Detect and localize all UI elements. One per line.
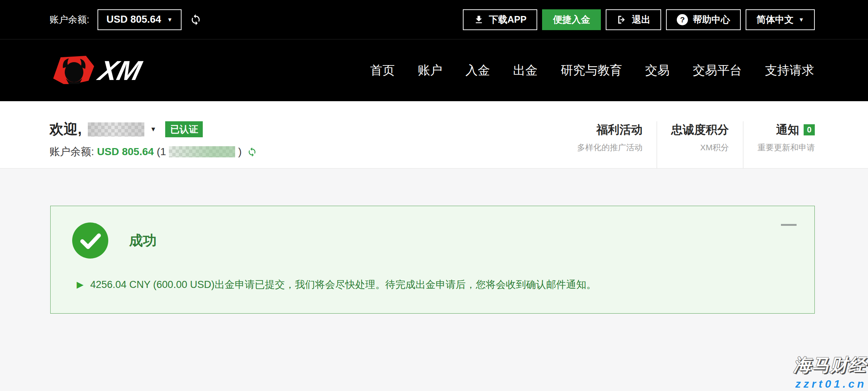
account-balance-dropdown[interactable]: USD 805.64 ▼: [97, 9, 182, 30]
nav-item-account[interactable]: 账户: [418, 62, 442, 79]
nav-item-home[interactable]: 首页: [370, 62, 395, 79]
refresh-account-button[interactable]: [247, 147, 257, 157]
nav-item-withdraw[interactable]: 出金: [513, 62, 538, 79]
logout-label: 退出: [632, 13, 650, 26]
shortcut-notifications[interactable]: 通知 0 重要更新和申请: [743, 121, 815, 168]
logo-xm-text: XM: [94, 55, 145, 85]
shortcut-title: 忠诚度积分: [671, 122, 729, 138]
triangle-bullet-icon: ▶: [77, 280, 83, 289]
main-content: 成功 ▶ 4256.04 CNY (600.00 USD)出金申请已提交，我们将…: [0, 168, 868, 391]
shortcut-title: 通知 0: [758, 122, 815, 138]
download-app-button[interactable]: 下载APP: [463, 9, 537, 30]
quick-deposit-label: 便捷入金: [553, 13, 590, 26]
chevron-down-icon: ▼: [167, 17, 173, 22]
withdrawal-success-message: 4256.04 CNY (600.00 USD)出金申请已提交，我们将会尽快处理…: [90, 278, 596, 291]
main-nav-menu: 首页 账户 入金 出金 研究与教育 交易 交易平台 支持请求: [370, 62, 814, 79]
shortcut-subtitle: 多样化的推广活动: [577, 142, 643, 153]
download-app-label: 下载APP: [489, 13, 526, 26]
nav-item-research-education[interactable]: 研究与教育: [561, 62, 622, 79]
help-center-label: 帮助中心: [693, 13, 730, 26]
success-alert-panel: 成功 ▶ 4256.04 CNY (600.00 USD)出金申请已提交，我们将…: [50, 206, 815, 314]
bull-head: [65, 62, 83, 82]
shortcut-loyalty-points[interactable]: 忠诚度积分 XM积分: [657, 121, 743, 168]
quick-deposit-button[interactable]: 便捷入金: [542, 9, 601, 30]
notifications-label: 通知: [776, 122, 799, 138]
shortcut-subtitle: XM积分: [671, 142, 729, 153]
refresh-icon: [247, 147, 257, 157]
success-check-icon: [72, 222, 108, 259]
top-utility-bar: 账户余额: USD 805.64 ▼ 下载APP 便捷入金 退出 ? 帮助中心 …: [0, 0, 868, 39]
refresh-icon: [190, 14, 202, 26]
verified-status-badge: 已认证: [165, 121, 203, 137]
chevron-down-icon: ▼: [798, 17, 804, 22]
username-blurred[interactable]: [88, 122, 144, 137]
success-title: 成功: [129, 231, 157, 250]
welcome-balance-label: 账户余额:: [49, 145, 94, 159]
account-number-suffix: ): [238, 146, 241, 158]
account-number-blurred: [169, 146, 235, 157]
welcome-shortcuts: 福利活动 多样化的推广活动 忠诚度积分 XM积分 通知 0 重要更新和申请: [577, 121, 815, 168]
collapse-panel-button[interactable]: [781, 224, 797, 226]
welcome-section: 欢迎, ▼ 已认证 账户余额: USD 805.64 (1 ) 福利活动 多样化…: [0, 101, 868, 168]
shortcut-subtitle: 重要更新和申请: [758, 142, 815, 153]
notifications-count-badge: 0: [804, 124, 815, 135]
topbar-actions: 下载APP 便捷入金 退出 ? 帮助中心 简体中文 ▼: [463, 9, 815, 30]
main-navbar: XM 首页 账户 入金 出金 研究与教育 交易 交易平台 支持请求: [0, 39, 868, 101]
topbar-balance-label: 账户余额:: [49, 13, 89, 26]
shortcut-promotions[interactable]: 福利活动 多样化的推广活动: [577, 121, 657, 168]
account-number-prefix: (1: [157, 146, 166, 158]
question-mark-icon: ?: [677, 14, 688, 25]
logout-icon: [616, 15, 627, 25]
nav-item-support[interactable]: 支持请求: [765, 62, 814, 79]
xm-logo[interactable]: XM: [49, 55, 149, 85]
nav-item-platforms[interactable]: 交易平台: [693, 62, 742, 79]
topbar-balance-group: 账户余额: USD 805.64 ▼: [49, 9, 202, 30]
download-icon: [474, 15, 484, 25]
account-balance-value: USD 805.64: [106, 14, 161, 25]
help-center-button[interactable]: ? 帮助中心: [666, 9, 741, 30]
chevron-down-icon[interactable]: ▼: [150, 126, 157, 133]
nav-item-deposit[interactable]: 入金: [465, 62, 490, 79]
language-label: 简体中文: [756, 13, 794, 26]
nav-item-trading[interactable]: 交易: [645, 62, 670, 79]
welcome-left: 欢迎, ▼ 已认证 账户余额: USD 805.64 (1 ): [49, 120, 257, 168]
welcome-balance-value: USD 805.64: [97, 146, 154, 158]
language-dropdown[interactable]: 简体中文 ▼: [746, 9, 815, 30]
refresh-balance-button[interactable]: [190, 14, 202, 26]
shortcut-title: 福利活动: [577, 122, 643, 138]
logout-button[interactable]: 退出: [606, 9, 661, 30]
welcome-greeting: 欢迎,: [49, 120, 82, 139]
